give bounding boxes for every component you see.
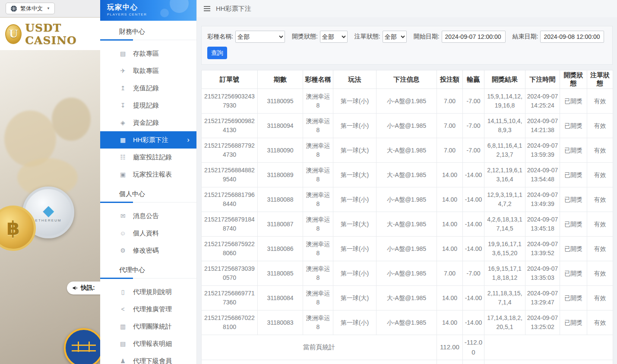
table-row: 215217256887792473031180090澳洲幸运8第一球(大)大-… [202, 138, 613, 163]
grand-total-bet: 301.00 [437, 360, 463, 364]
table-cell: 大-A盤@1.985 [377, 138, 437, 163]
table-cell: 第一球(小) [333, 310, 377, 335]
sidebar-item-agent-rules[interactable]: ▯代理規則說明 [100, 283, 196, 301]
table-cell: 31180089 [258, 163, 303, 187]
lottery-select[interactable]: 全部 [235, 31, 285, 43]
table-cell: 2152172569009824130 [202, 114, 258, 138]
table-cell: 澳洲幸运8 [303, 261, 333, 286]
sidebar-item-label: 消息公告 [133, 212, 159, 220]
table-cell: 2152172568877924730 [202, 138, 258, 163]
sidebar-item-label: 修改密碼 [133, 247, 159, 255]
table-cell: 有效 [587, 310, 613, 335]
globe-icon [10, 5, 17, 12]
menu-icon[interactable] [204, 6, 210, 11]
bell-icon: ✉ [119, 212, 127, 219]
table-cell: 2024-09-07 13:25:02 [525, 310, 560, 335]
table-cell: 14.00 [437, 163, 463, 187]
page-total-empty [484, 335, 613, 360]
table-cell: 14.00 [437, 310, 463, 335]
sidebar-item-label: 代理下級會員 [133, 357, 172, 364]
background-site: 繁体中文 ▼ U USDT CASINO ◆ ETHEREUM ฿ 快訊: [0, 0, 100, 364]
sidebar-item-announcements[interactable]: ✉消息公告 [100, 207, 196, 225]
sidebar-item-profile[interactable]: ☺個人資料 [100, 225, 196, 242]
column-header: 下注信息 [377, 70, 437, 89]
table-row: 215217256873039057031180085澳洲幸运8第一球(小)小-… [202, 261, 613, 286]
language-selector[interactable]: 繁体中文 ▼ [6, 3, 55, 14]
table-cell: 31180085 [258, 261, 303, 286]
sidebar-item-room-bet-records[interactable]: ☷廳室投註記錄 [100, 149, 196, 166]
table-cell: -14.00 [463, 286, 484, 310]
withdraw-icon: ✈ [119, 67, 127, 74]
sidebar-item-label: 存款專區 [133, 50, 159, 58]
table-cell: 2152172568730390570 [202, 261, 258, 286]
main-panel: HH彩票下注 彩種名稱: 全部 開獎狀態: 全部 注單狀態: 全部 [197, 0, 617, 364]
table-cell: 澳洲幸运8 [303, 114, 333, 138]
sidebar-item-withdraw[interactable]: ✈取款專區 [100, 62, 196, 79]
language-label: 繁体中文 [20, 5, 43, 13]
sidebar-item-cashout-records[interactable]: ↧提現記錄 [100, 97, 196, 114]
document-icon: ▯ [119, 288, 127, 295]
table-cell: 第一球(小) [333, 237, 377, 261]
table-cell: 2152172568791848740 [202, 212, 258, 237]
table-body: 215217256903243793031180095澳洲幸运8第一球(小)小-… [202, 89, 613, 335]
table-cell: 2152172568817968440 [202, 187, 258, 212]
table-cell: 已開獎 [560, 89, 587, 114]
table-cell: 澳洲幸运8 [303, 237, 333, 261]
column-header: 開獎狀態 [560, 70, 587, 89]
order-status-select[interactable]: 全部 [383, 31, 407, 43]
hero-banner: ◆ ETHEREUM ฿ 快訊: [0, 50, 100, 364]
sidebar-item-label: 資金記錄 [133, 119, 159, 127]
table-cell: 15,9,1,14,12,19,16,8 [484, 89, 525, 114]
bridge-icon [72, 345, 96, 351]
team-logo [64, 328, 100, 364]
sidebar-nav: 財務中心▤存款專區✈取款專區↥充值記錄↧提現記錄◈資金記錄▦HH彩票下注›☷廳室… [100, 28, 196, 364]
sidebar-item-deposit[interactable]: ▤存款專區 [100, 45, 196, 62]
speaker-icon [72, 285, 78, 291]
table-cell: 2024-09-07 13:54:48 [525, 163, 560, 187]
sidebar-item-agent-team-stats[interactable]: ▥代理團隊統計 [100, 318, 196, 335]
table-cell: 31180090 [258, 138, 303, 163]
table-cell: 7.00 [437, 138, 463, 163]
end-date-input[interactable] [540, 31, 604, 43]
page-total-bet: 112.00 [437, 335, 463, 360]
table-header-row: 訂單號期數彩種名稱玩法下注信息投注額輸贏開獎結果下注時間開獎狀態注單狀態 [202, 70, 613, 89]
table-cell: 有效 [587, 286, 613, 310]
sidebar-item-fund-records[interactable]: ◈資金記錄 [100, 114, 196, 131]
column-header: 訂單號 [202, 70, 258, 89]
sidebar-item-agent-report-detail[interactable]: ▤代理報表明細 [100, 335, 196, 352]
query-button[interactable]: 查詢 [207, 47, 227, 59]
table-cell: 澳洲幸运8 [303, 310, 333, 335]
sidebar-item-agent-members[interactable]: ♟代理下級會員 [100, 352, 196, 364]
table-cell: 已開獎 [560, 286, 587, 310]
sidebar-item-change-password[interactable]: ⚙修改密碼 [100, 242, 196, 259]
sidebar-item-recharge-records[interactable]: ↥充值記錄 [100, 79, 196, 97]
table-cell: 已開獎 [560, 163, 587, 187]
sidebar-item-label: 代理推廣管理 [133, 305, 172, 313]
site-logo[interactable]: U USDT CASINO [0, 18, 100, 50]
sidebar-item-hh-lottery-bets[interactable]: ▦HH彩票下注› [100, 131, 196, 149]
table-cell: 2024-09-07 13:39:52 [525, 237, 560, 261]
table-cell: 2024-09-07 14:25:24 [525, 89, 560, 114]
sidebar-item-label: 個人資料 [133, 229, 159, 237]
chevron-right-icon: › [187, 136, 190, 144]
table-cell: 有效 [587, 163, 613, 187]
table-cell: 澳洲幸运8 [303, 212, 333, 237]
table-cell: 2152172568848829540 [202, 163, 258, 187]
column-header: 輸贏 [463, 70, 484, 89]
main-topbar: HH彩票下注 [197, 0, 617, 17]
table-cell: 31180094 [258, 114, 303, 138]
table-cell: 6,8,11,16,4,12,13,7 [484, 138, 525, 163]
draw-status-select[interactable]: 全部 [320, 31, 348, 43]
table-row: 215217256900982413031180094澳洲幸运8第一球(小)小-… [202, 114, 613, 138]
table-cell: 已開獎 [560, 138, 587, 163]
sidebar-section-title: 個人中心 [119, 190, 190, 198]
sidebar-item-agent-promotion[interactable]: <代理推廣管理 [100, 301, 196, 318]
table-cell: -14.00 [463, 310, 484, 335]
sidebar-item-player-bet-report[interactable]: ▣玩家投注報表 [100, 166, 196, 183]
table-cell: 已開獎 [560, 187, 587, 212]
user-icon: ☺ [119, 230, 127, 237]
start-date-input[interactable] [442, 31, 506, 43]
table-row: 215217256881796844031180088澳洲幸运8第一球(小)小-… [202, 187, 613, 212]
table-cell: 2024-09-07 14:21:38 [525, 114, 560, 138]
table-cell: 第一球(大) [333, 163, 377, 187]
